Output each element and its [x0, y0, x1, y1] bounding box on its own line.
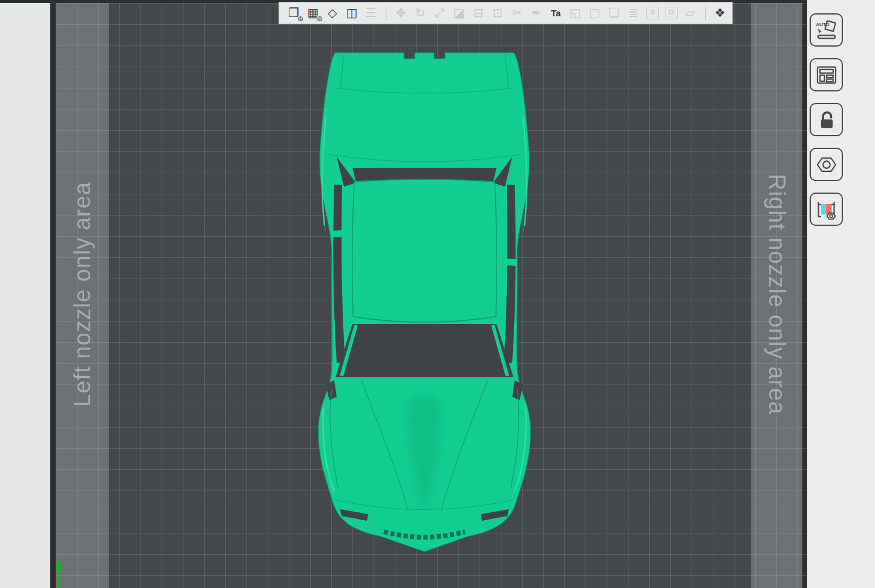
filament-spool-icon	[814, 197, 839, 222]
left-nozzle-zone: Left nozzle only area	[56, 0, 109, 588]
hardware-settings-button[interactable]	[810, 148, 843, 181]
plate-layout-button[interactable]	[810, 58, 843, 91]
variable-layer-height-icon: ≣	[625, 2, 642, 24]
car-roof	[352, 179, 497, 322]
unlocked-padlock-icon	[814, 108, 839, 132]
split-panels-icon: ⊟	[470, 2, 487, 24]
split-to-objects-icon: ▢	[586, 2, 603, 24]
number-zero-icon: 0	[646, 7, 659, 19]
slicer-app: Left nozzle only area Right nozzle only …	[0, 0, 875, 588]
rotate-icon: ↻	[412, 2, 429, 24]
right-nozzle-zone: Right nozzle only area	[751, 0, 802, 588]
auto-orient-button[interactable]: AUTO	[810, 13, 843, 47]
plus-badge-icon: ⊕	[317, 15, 323, 22]
filament-settings-button[interactable]	[810, 193, 843, 226]
car-model[interactable]	[316, 50, 533, 554]
toolbar: ❒⊕▦⊕◇◫☰✥↻⤢◪⊟⊡✂✒Ta◱▢❏≣0P▱❖	[279, 2, 733, 24]
add-plate-icon[interactable]: ▦⊕	[305, 2, 322, 24]
viewport-left-edge	[50, 0, 56, 588]
auto-orient-icon: AUTO	[814, 18, 839, 42]
layout-rows-icon: ☰	[363, 2, 380, 24]
toolbar-separator	[386, 7, 386, 20]
frame-select-icon: ⊡	[489, 2, 506, 24]
letter-p-icon: P	[665, 7, 678, 19]
place-on-face-icon: ◪	[451, 2, 467, 24]
toolbar-separator	[705, 7, 705, 20]
move-icon: ✥	[392, 2, 409, 24]
build-plate-viewport[interactable]: Left nozzle only area Right nozzle only …	[56, 0, 807, 588]
left-side-panel	[0, 0, 50, 588]
viewport-right-edge	[802, 0, 807, 588]
right-nozzle-zone-label: Right nozzle only area	[764, 174, 790, 415]
add-object-icon[interactable]: ❒⊕	[285, 2, 302, 24]
assembly-view-icon[interactable]: ❖	[712, 2, 728, 24]
scale-icon: ⤢	[431, 2, 448, 24]
auto-orient-icon[interactable]: ◇	[324, 2, 341, 24]
lock-button[interactable]	[810, 103, 843, 136]
split-to-parts-icon: ❏	[606, 2, 622, 24]
measure-icon: ▱	[682, 2, 699, 24]
plate-layout-icon	[814, 63, 839, 87]
cut-icon: ✂	[509, 2, 526, 24]
text-shape-icon[interactable]: Ta	[547, 2, 564, 24]
y-axis-arrow-icon	[56, 560, 62, 588]
right-sidebar: AUTO	[807, 0, 875, 588]
nut-icon	[814, 153, 839, 177]
left-nozzle-zone-label: Left nozzle only area	[70, 182, 96, 407]
arrange-icon[interactable]: ◫	[343, 2, 360, 24]
plus-badge-icon: ⊕	[297, 15, 303, 22]
seam-paint-icon: ◱	[567, 2, 584, 24]
paint-icon: ✒	[528, 2, 545, 24]
